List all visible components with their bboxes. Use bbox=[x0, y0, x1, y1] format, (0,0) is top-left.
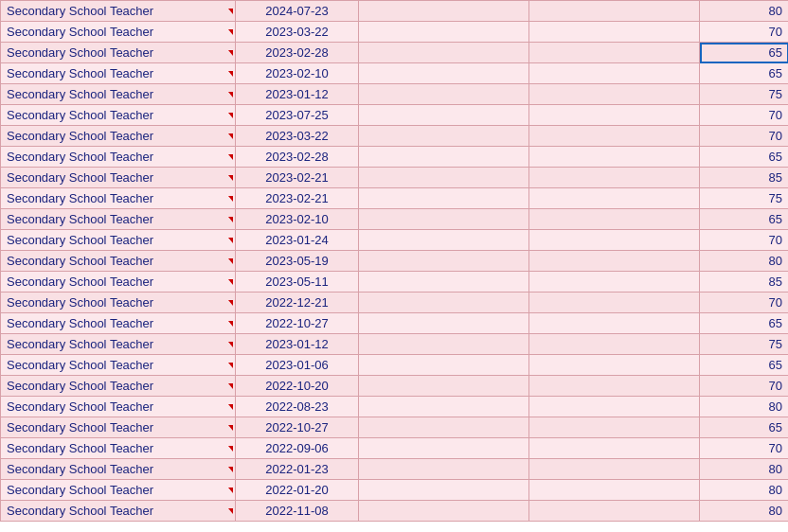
table-row[interactable]: Secondary School Teacher2022-10-2765 bbox=[1, 417, 789, 438]
cell-date: 2022-09-06 bbox=[236, 438, 359, 459]
cell-empty-1 bbox=[359, 230, 529, 251]
cell-date: 2023-05-11 bbox=[236, 272, 359, 293]
data-table: Secondary School Teacher2024-07-2380Seco… bbox=[0, 0, 788, 522]
cell-score: 65 bbox=[700, 417, 789, 438]
cell-date: 2022-12-21 bbox=[236, 293, 359, 313]
cell-empty-1 bbox=[359, 251, 529, 272]
cell-empty-2 bbox=[529, 168, 700, 188]
cell-job-title: Secondary School Teacher bbox=[1, 188, 236, 209]
cell-empty-2 bbox=[529, 438, 700, 459]
cell-empty-1 bbox=[359, 272, 529, 293]
cell-empty-2 bbox=[529, 147, 700, 168]
cell-job-title: Secondary School Teacher bbox=[1, 43, 236, 63]
cell-empty-1 bbox=[359, 168, 529, 188]
cell-score: 65 bbox=[700, 313, 789, 334]
table-row[interactable]: Secondary School Teacher2023-02-2865 bbox=[1, 43, 789, 63]
cell-job-title: Secondary School Teacher bbox=[1, 501, 236, 522]
cell-date: 2024-07-23 bbox=[236, 1, 359, 22]
cell-score: 85 bbox=[700, 168, 789, 188]
table-row[interactable]: Secondary School Teacher2023-02-2865 bbox=[1, 147, 789, 168]
cell-empty-2 bbox=[529, 126, 700, 147]
cell-date: 2023-03-22 bbox=[236, 126, 359, 147]
cell-empty-2 bbox=[529, 397, 700, 417]
cell-date: 2022-10-20 bbox=[236, 376, 359, 397]
table-row[interactable]: Secondary School Teacher2023-01-1275 bbox=[1, 84, 789, 105]
table-row[interactable]: Secondary School Teacher2022-09-0670 bbox=[1, 438, 789, 459]
table-row[interactable]: Secondary School Teacher2023-02-2185 bbox=[1, 168, 789, 188]
cell-score: 75 bbox=[700, 334, 789, 355]
cell-score: 80 bbox=[700, 501, 789, 522]
cell-job-title: Secondary School Teacher bbox=[1, 334, 236, 355]
table-row[interactable]: Secondary School Teacher2023-05-1185 bbox=[1, 272, 789, 293]
cell-job-title: Secondary School Teacher bbox=[1, 230, 236, 251]
table-row[interactable]: Secondary School Teacher2023-02-1065 bbox=[1, 63, 789, 84]
table-row[interactable]: Secondary School Teacher2022-01-2380 bbox=[1, 459, 789, 480]
table-row[interactable]: Secondary School Teacher2022-10-2765 bbox=[1, 313, 789, 334]
cell-empty-2 bbox=[529, 105, 700, 126]
table-row[interactable]: Secondary School Teacher2023-01-1275 bbox=[1, 334, 789, 355]
cell-score: 65 bbox=[700, 355, 789, 376]
table-row[interactable]: Secondary School Teacher2023-03-2270 bbox=[1, 22, 789, 43]
cell-date: 2023-03-22 bbox=[236, 22, 359, 43]
cell-date: 2023-02-10 bbox=[236, 63, 359, 84]
table-row[interactable]: Secondary School Teacher2023-05-1980 bbox=[1, 251, 789, 272]
cell-date: 2023-01-12 bbox=[236, 334, 359, 355]
table-row[interactable]: Secondary School Teacher2023-07-2570 bbox=[1, 105, 789, 126]
table-row[interactable]: Secondary School Teacher2024-07-2380 bbox=[1, 1, 789, 22]
cell-score: 65 bbox=[700, 147, 789, 168]
table-row[interactable]: Secondary School Teacher2022-08-2380 bbox=[1, 397, 789, 417]
cell-empty-1 bbox=[359, 188, 529, 209]
cell-score: 65 bbox=[700, 63, 789, 84]
cell-empty-2 bbox=[529, 22, 700, 43]
cell-empty-1 bbox=[359, 63, 529, 84]
cell-empty-2 bbox=[529, 355, 700, 376]
cell-score: 70 bbox=[700, 105, 789, 126]
cell-date: 2023-02-21 bbox=[236, 188, 359, 209]
cell-score: 80 bbox=[700, 459, 789, 480]
cell-empty-1 bbox=[359, 438, 529, 459]
table-row[interactable]: Secondary School Teacher2022-01-2080 bbox=[1, 480, 789, 501]
table-row[interactable]: Secondary School Teacher2023-01-0665 bbox=[1, 355, 789, 376]
cell-empty-1 bbox=[359, 355, 529, 376]
cell-empty-2 bbox=[529, 417, 700, 438]
cell-date: 2022-08-23 bbox=[236, 397, 359, 417]
cell-job-title: Secondary School Teacher bbox=[1, 1, 236, 22]
table-row[interactable]: Secondary School Teacher2022-10-2070 bbox=[1, 376, 789, 397]
table-row[interactable]: Secondary School Teacher2023-01-2470 bbox=[1, 230, 789, 251]
cell-empty-1 bbox=[359, 417, 529, 438]
cell-date: 2023-07-25 bbox=[236, 105, 359, 126]
cell-date: 2022-10-27 bbox=[236, 313, 359, 334]
cell-score: 65 bbox=[700, 209, 789, 230]
cell-score: 80 bbox=[700, 251, 789, 272]
table-row[interactable]: Secondary School Teacher2022-12-2170 bbox=[1, 293, 789, 313]
cell-empty-1 bbox=[359, 126, 529, 147]
cell-empty-2 bbox=[529, 230, 700, 251]
cell-empty-1 bbox=[359, 459, 529, 480]
table-row[interactable]: Secondary School Teacher2023-02-1065 bbox=[1, 209, 789, 230]
cell-empty-2 bbox=[529, 501, 700, 522]
cell-score: 70 bbox=[700, 293, 789, 313]
cell-job-title: Secondary School Teacher bbox=[1, 459, 236, 480]
table-row[interactable]: Secondary School Teacher2023-02-2175 bbox=[1, 188, 789, 209]
cell-empty-1 bbox=[359, 334, 529, 355]
cell-empty-2 bbox=[529, 188, 700, 209]
cell-job-title: Secondary School Teacher bbox=[1, 84, 236, 105]
table-row[interactable]: Secondary School Teacher2022-11-0880 bbox=[1, 501, 789, 522]
cell-date: 2022-10-27 bbox=[236, 417, 359, 438]
cell-date: 2022-11-08 bbox=[236, 501, 359, 522]
table-row[interactable]: Secondary School Teacher2023-03-2270 bbox=[1, 126, 789, 147]
cell-score: 75 bbox=[700, 84, 789, 105]
cell-date: 2023-02-10 bbox=[236, 209, 359, 230]
cell-job-title: Secondary School Teacher bbox=[1, 293, 236, 313]
cell-date: 2023-02-21 bbox=[236, 168, 359, 188]
cell-empty-1 bbox=[359, 313, 529, 334]
cell-empty-1 bbox=[359, 105, 529, 126]
cell-empty-1 bbox=[359, 43, 529, 63]
cell-job-title: Secondary School Teacher bbox=[1, 126, 236, 147]
cell-empty-2 bbox=[529, 251, 700, 272]
cell-job-title: Secondary School Teacher bbox=[1, 355, 236, 376]
cell-empty-2 bbox=[529, 1, 700, 22]
cell-empty-2 bbox=[529, 293, 700, 313]
cell-empty-1 bbox=[359, 293, 529, 313]
cell-score: 80 bbox=[700, 480, 789, 501]
